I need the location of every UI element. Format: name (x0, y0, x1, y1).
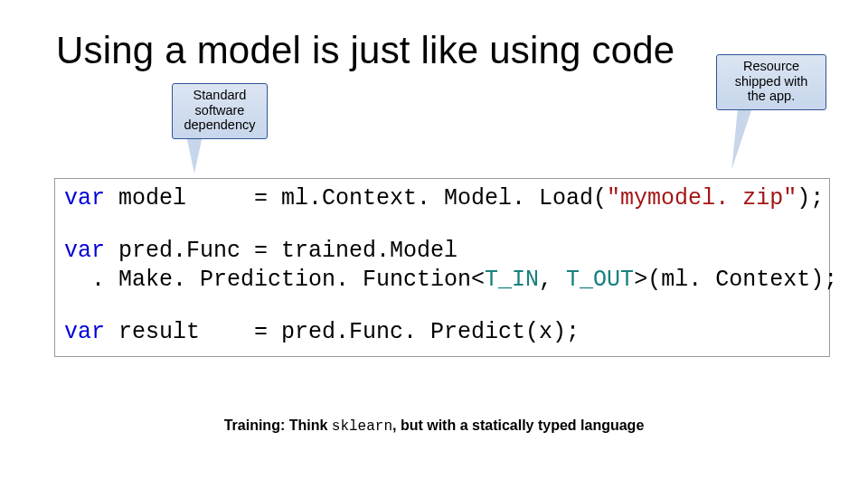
keyword-var: var (64, 319, 105, 345)
footer-text: Training: Think (224, 418, 332, 433)
code-text: >(ml. Context); (634, 267, 837, 293)
keyword-var: var (64, 238, 105, 264)
footer-mono: sklearn (332, 418, 392, 435)
code-text: , (539, 267, 566, 293)
code-text: result = pred.Func. Predict(x); (105, 319, 580, 345)
callout-resource-shipped: Resource shipped with the app. (716, 54, 826, 110)
callout-pointer (724, 105, 752, 172)
footer-text: , but with a statically typed language (392, 418, 644, 433)
footer-note: Training: Think sklearn, but with a stat… (0, 418, 868, 435)
type-param: T_IN (485, 267, 539, 293)
slide: Using a model is just like using code St… (0, 0, 868, 488)
code-block: var model = ml.Context. Model. Load("mym… (54, 178, 830, 357)
keyword-var: var (64, 185, 105, 211)
string-literal: "mymodel. zip" (607, 185, 797, 211)
code-text: model = ml.Context. Model. Load( (105, 185, 607, 211)
code-text: ); (797, 185, 824, 211)
callout-pointer (186, 136, 203, 174)
callout-standard-dependency: Standard software dependency (172, 83, 268, 139)
code-text: . Make. Prediction. Function< (64, 267, 485, 293)
type-param: T_OUT (566, 267, 634, 293)
slide-title: Using a model is just like using code (56, 29, 675, 72)
code-text: pred.Func = trained.Model (105, 238, 458, 264)
